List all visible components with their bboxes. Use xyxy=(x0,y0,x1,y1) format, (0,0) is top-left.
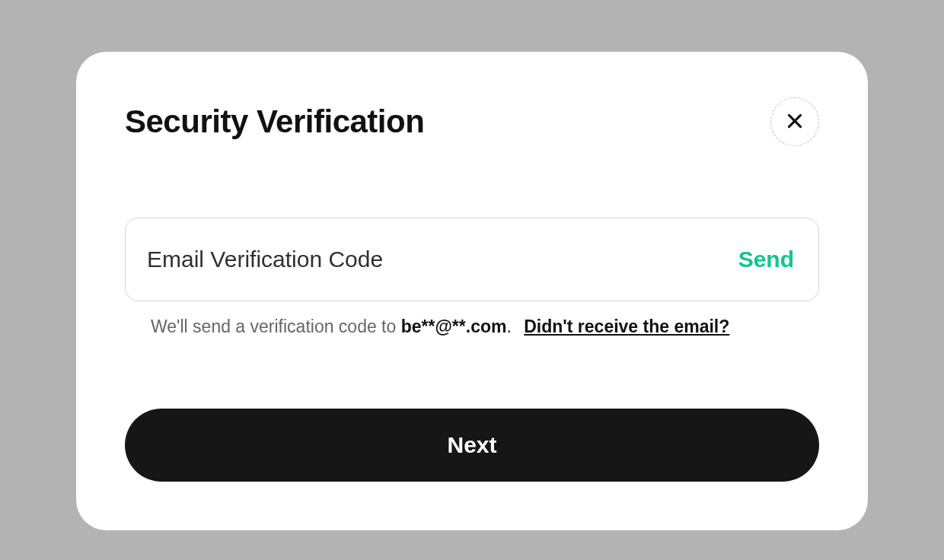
next-button[interactable]: Next xyxy=(125,409,819,482)
send-code-button[interactable]: Send xyxy=(738,247,794,272)
close-button[interactable] xyxy=(770,97,819,146)
security-verification-modal: Security Verification Email Verification… xyxy=(76,52,868,530)
modal-title: Security Verification xyxy=(125,103,424,140)
modal-header: Security Verification xyxy=(125,97,819,146)
close-icon xyxy=(785,111,805,133)
didnt-receive-link[interactable]: Didn't receive the email? xyxy=(524,317,729,336)
helper-text: We'll send a verification code to be**@*… xyxy=(125,313,819,340)
helper-period: . xyxy=(506,317,511,336)
helper-prefix: We'll send a verification code to xyxy=(151,317,401,336)
verification-code-input-wrap[interactable]: Email Verification Code Send xyxy=(125,218,819,301)
helper-email: be**@**.com xyxy=(401,317,507,336)
verification-code-placeholder: Email Verification Code xyxy=(147,247,383,272)
